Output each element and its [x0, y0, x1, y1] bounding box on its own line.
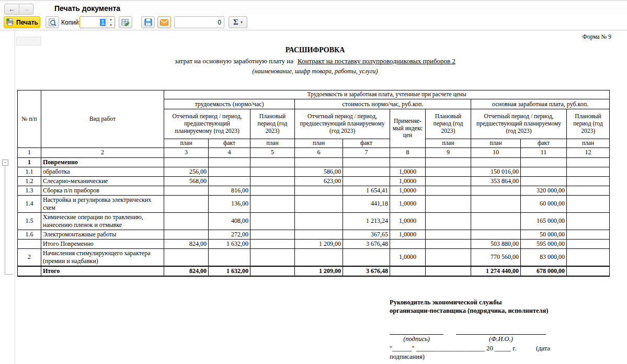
table-cell: 3 676,48 — [343, 239, 390, 248]
table-cell — [343, 248, 390, 266]
table-cell — [471, 186, 521, 195]
header-work-type: Вид работ — [41, 90, 164, 148]
column-number: 6 — [295, 147, 343, 157]
header-plan-period: Плановый период (год 2023) — [250, 109, 295, 139]
copies-stepper[interactable]: 1 ▲ ▼ — [79, 16, 115, 28]
toolbar: Печать Копий: 1 ▲ ▼ — [0, 15, 627, 30]
table-cell — [567, 266, 610, 276]
contract-name: Контракт на поставку полупроводниковых п… — [298, 57, 455, 65]
header-plan-period: Плановый период (год 2023) — [567, 109, 610, 139]
table-cell — [390, 239, 426, 248]
nav-button-group: ← → — [4, 4, 33, 15]
floppy-disk-icon — [144, 18, 152, 26]
table-cell — [295, 186, 343, 195]
table-cell — [209, 248, 250, 266]
stepper-down-icon[interactable]: ▼ — [107, 22, 115, 28]
table-cell — [250, 157, 295, 167]
table-cell — [426, 248, 471, 266]
signature-caption: (подпись) — [390, 335, 443, 343]
signature-captions: (подпись) (Ф.И.О.) — [390, 335, 620, 343]
printer-icon — [6, 18, 14, 27]
table-body: 1Повременно1.1обработка256,00586,001,000… — [18, 157, 610, 276]
print-button[interactable]: Печать — [4, 16, 40, 28]
table-cell — [164, 157, 209, 167]
stepper-up-icon[interactable]: ▲ — [107, 17, 115, 22]
table-cell: 1.1 — [18, 167, 41, 176]
table-cell: 824,00 — [164, 239, 209, 248]
table-cell: 1,0000 — [390, 195, 426, 212]
table-cell — [250, 167, 295, 176]
table-cell — [471, 212, 521, 230]
header-price-index: Применяе-мый индекс цен — [390, 109, 426, 148]
table-cell — [471, 230, 521, 239]
table-cell — [250, 239, 295, 248]
table-cell — [426, 212, 471, 230]
table-cell — [164, 212, 209, 230]
table-cell — [343, 167, 390, 176]
table-cell: 256,00 — [164, 167, 209, 176]
table-cell: 320 000,00 — [521, 186, 567, 195]
email-button[interactable] — [157, 16, 171, 28]
table-cell: 770 560,00 — [471, 248, 521, 266]
table-cell: 595 000,00 — [521, 239, 567, 248]
sum-button[interactable]: Σ ▾ — [229, 16, 247, 28]
header-report-period: Отчетный период / период, предшествующий… — [295, 109, 390, 139]
table-cell — [250, 266, 295, 276]
pages-field[interactable] — [174, 16, 224, 28]
table-cell — [426, 176, 471, 186]
table-cell: 1.2 — [18, 176, 41, 186]
document-subtitle-note: (наименование, шифр товара, работы, услу… — [21, 67, 609, 75]
table-cell — [209, 157, 250, 167]
table-row: 1.2Слесарно-механические568,00623,001,00… — [18, 176, 610, 186]
table-cell — [390, 157, 426, 167]
table-cell: Химические операции по травлению, нанесе… — [41, 212, 164, 230]
header-group-wage: основная заработная плата, руб.коп. — [471, 99, 610, 109]
table-cell — [209, 167, 250, 176]
table-cell: Сборка п/п приборов — [41, 186, 164, 195]
table-cell — [343, 176, 390, 186]
header-fact: факт — [343, 139, 390, 148]
table-cell: 150 016,00 — [471, 167, 521, 176]
back-button[interactable]: ← — [5, 4, 19, 14]
table-cell: 1.5 — [18, 212, 41, 230]
table-cell — [567, 239, 610, 248]
table-cell — [164, 248, 209, 266]
stepper-arrows: ▲ ▼ — [107, 17, 115, 28]
save-button[interactable] — [141, 16, 155, 28]
print-preview-sheet[interactable]: Форма № 9 РАСШИФРОВКА затрат на основную… — [0, 30, 627, 364]
table-cell: Настройка и регулировка электрических сх… — [41, 195, 164, 212]
column-number: 7 — [343, 147, 390, 157]
table-cell — [426, 157, 471, 167]
table-header: № п/п Вид работ Трудоемкость и заработна… — [18, 90, 610, 158]
column-number: 4 — [209, 147, 250, 157]
table-cell: 1.6 — [18, 230, 41, 239]
subtitle-prefix: затрат на основную заработную плату на — [175, 57, 293, 65]
signer-title-line2: организации-поставщика (подрядчика, испо… — [390, 306, 620, 315]
table-cell — [521, 167, 567, 176]
group-collapse-button[interactable]: − — [2, 160, 8, 166]
table-cell: обработка — [41, 167, 164, 176]
header-plan-period: Плановый период (год 2023) — [426, 109, 471, 139]
table-cell: 3 676,48 — [343, 266, 390, 276]
table-cell — [250, 230, 295, 239]
column-number: 12 — [567, 147, 610, 157]
table-row: Итого Повременно824,001 632,001 209,003 … — [18, 239, 610, 248]
column-number: 2 — [41, 147, 164, 157]
table-row: 2Начисления стимулирующего характера (пр… — [18, 248, 610, 266]
signature-block: Руководитель экономической службы органи… — [390, 298, 620, 361]
table-cell: 1,0000 — [390, 167, 426, 176]
preview-button[interactable] — [45, 16, 59, 28]
forward-arrow-icon: → — [23, 5, 30, 13]
signer-title-line1: Руководитель экономической службы — [390, 298, 620, 306]
table-row: 1.3Сборка п/п приборов816,001 654,411,00… — [18, 186, 610, 195]
forward-button[interactable]: → — [19, 4, 33, 14]
table-cell: 1,0000 — [390, 176, 426, 186]
header-report-period: Отчетный период / период, предшествующий… — [164, 109, 250, 139]
print-button-label: Печать — [16, 19, 38, 26]
header-plan: план — [295, 139, 343, 148]
table-cell — [209, 176, 250, 186]
edit-table-button[interactable] — [119, 16, 132, 28]
table-cell: 1 632,00 — [209, 266, 250, 276]
table-cell — [426, 186, 471, 195]
table-cell — [164, 195, 209, 212]
